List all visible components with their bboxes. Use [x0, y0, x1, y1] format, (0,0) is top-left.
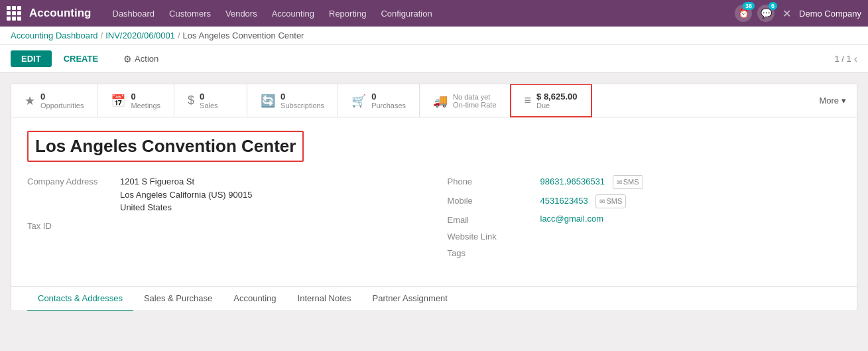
edit-button[interactable]: EDIT	[11, 50, 52, 67]
sales-count: 0	[200, 92, 218, 102]
website-label: Website Link	[448, 230, 540, 242]
refresh-icon: 🔄	[261, 94, 275, 108]
company-name-field[interactable]: Los Angeles Convention Center	[27, 131, 304, 162]
tab-partner-assignment[interactable]: Partner Assignment	[362, 287, 458, 311]
app-brand[interactable]: Accounting	[29, 7, 92, 20]
fields-row: Company Address 1201 S Figueroa St Los A…	[27, 175, 841, 263]
nav-links: Dashboard Customers Vendors Accounting R…	[106, 6, 731, 21]
phone-label: Phone	[448, 175, 540, 186]
breadcrumb-accounting-dashboard[interactable]: Accounting Dashboard	[11, 31, 98, 40]
gear-icon: ⚙	[123, 54, 132, 64]
more-label: More	[819, 96, 839, 105]
cart-icon: 🛒	[351, 94, 366, 108]
toolbar: EDIT CREATE ⚙ Action 1 / 1 ‹	[0, 45, 868, 73]
chat-badge: 6	[769, 2, 777, 10]
pagination-text: 1 / 1	[834, 54, 851, 64]
company-name[interactable]: Demo Company	[799, 9, 861, 19]
prev-record-arrow[interactable]: ‹	[854, 53, 857, 65]
nav-right-area: ⏰ 38 💬 6 ✕ Demo Company	[735, 5, 861, 22]
smart-btn-sales[interactable]: $ 0 Sales	[174, 84, 247, 117]
email-label: Email	[448, 214, 540, 225]
nav-customers[interactable]: Customers	[162, 6, 217, 21]
sales-label: Sales	[200, 102, 218, 109]
action-label: Action	[135, 54, 158, 64]
tabs-bar: Contacts & Addresses Sales & Purchase Ac…	[11, 286, 857, 311]
create-button[interactable]: CREATE	[58, 50, 103, 67]
address-line3: United States	[120, 201, 252, 214]
address-value: 1201 S Figueroa St Los Angeles Californi…	[120, 175, 252, 214]
breadcrumb: Accounting Dashboard / INV/2020/06/0001 …	[0, 27, 868, 45]
fields-left: Company Address 1201 S Figueroa St Los A…	[27, 175, 421, 263]
list-icon: ≡	[525, 94, 532, 107]
form-area: Los Angeles Convention Center Company Ad…	[11, 117, 857, 286]
chevron-down-icon: ▾	[841, 96, 846, 105]
close-icon[interactable]: ✕	[780, 7, 794, 20]
phone-sms-button[interactable]: SMS	[613, 175, 643, 189]
breadcrumb-sep-1: /	[101, 31, 103, 40]
subscriptions-label: Subscriptions	[280, 102, 324, 109]
phone-field-row: Phone 98631.96536531 SMS	[448, 175, 841, 189]
calendar-icon: 📅	[111, 94, 125, 108]
purchases-label: Purchases	[371, 102, 406, 109]
smart-btn-subscriptions[interactable]: 🔄 0 Subscriptions	[247, 84, 338, 117]
due-count: $ 8,625.00	[536, 92, 577, 102]
fields-right: Phone 98631.96536531 SMS Mobile 45316234…	[448, 175, 841, 263]
ontime-label1: No data yet	[453, 93, 496, 101]
address-field-row: Company Address 1201 S Figueroa St Los A…	[27, 175, 421, 214]
smart-buttons-bar: ★ 0 Opportunities 📅 0 Meetings $ 0 Sales	[11, 84, 857, 117]
address-label: Company Address	[27, 175, 120, 186]
address-line1: 1201 S Figueroa St	[120, 175, 252, 188]
address-line2: Los Angeles California (US) 90015	[120, 188, 252, 202]
mobile-label: Mobile	[448, 194, 540, 206]
due-label: Due	[536, 102, 577, 109]
action-dropdown[interactable]: ⚙ Action	[123, 54, 158, 64]
tax-id-field-row: Tax ID	[27, 220, 421, 231]
chat-notification[interactable]: 💬 6	[757, 5, 775, 22]
website-field-row: Website Link	[448, 230, 841, 242]
breadcrumb-invoice[interactable]: INV/2020/06/0001	[105, 31, 175, 40]
meetings-label: Meetings	[131, 102, 160, 109]
tags-label: Tags	[448, 247, 540, 258]
nav-accounting[interactable]: Accounting	[265, 6, 321, 21]
smart-btn-meetings[interactable]: 📅 0 Meetings	[97, 84, 174, 117]
apps-grid-icon[interactable]	[7, 6, 21, 21]
clock-badge: 38	[743, 2, 755, 10]
pagination-area: 1 / 1 ‹	[834, 53, 857, 65]
tab-internal-notes[interactable]: Internal Notes	[287, 287, 362, 311]
nav-vendors[interactable]: Vendors	[219, 6, 264, 21]
breadcrumb-current: Los Angeles Convention Center	[183, 31, 304, 40]
ontime-label2: On-time Rate	[453, 101, 496, 109]
opportunities-label: Opportunities	[40, 102, 84, 109]
mobile-value[interactable]: 4531623453	[540, 196, 588, 206]
tab-sales-purchase[interactable]: Sales & Purchase	[133, 287, 223, 311]
email-field-row: Email lacc@gmail.com	[448, 214, 841, 225]
star-icon: ★	[25, 94, 35, 108]
record-card: ★ 0 Opportunities 📅 0 Meetings $ 0 Sales	[11, 84, 857, 311]
tab-accounting[interactable]: Accounting	[223, 287, 286, 311]
tab-contacts-addresses[interactable]: Contacts & Addresses	[27, 287, 133, 311]
meetings-count: 0	[131, 92, 160, 102]
phone-value[interactable]: 98631.96536531	[540, 176, 605, 186]
nav-configuration[interactable]: Configuration	[374, 6, 438, 21]
top-navigation: Accounting Dashboard Customers Vendors A…	[0, 0, 868, 27]
email-value[interactable]: lacc@gmail.com	[540, 214, 604, 224]
clock-notification[interactable]: ⏰ 38	[735, 5, 752, 22]
dollar-icon: $	[188, 94, 194, 107]
more-dropdown[interactable]: More ▾	[808, 84, 857, 117]
breadcrumb-sep-2: /	[178, 31, 180, 40]
tax-id-label: Tax ID	[27, 220, 120, 231]
company-name-value: Los Angeles Convention Center	[35, 136, 296, 156]
nav-reporting[interactable]: Reporting	[322, 6, 373, 21]
smart-btn-purchases[interactable]: 🛒 0 Purchases	[338, 84, 420, 117]
mobile-sms-button[interactable]: SMS	[595, 194, 626, 208]
truck-icon: 🚚	[433, 94, 448, 108]
mobile-field-row: Mobile 4531623453 SMS	[448, 194, 841, 208]
smart-btn-ontime[interactable]: 🚚 No data yet On-time Rate	[420, 84, 510, 117]
tags-field-row: Tags	[448, 247, 841, 258]
smart-btn-opportunities[interactable]: ★ 0 Opportunities	[11, 84, 97, 117]
opportunities-count: 0	[40, 92, 84, 102]
nav-dashboard[interactable]: Dashboard	[106, 6, 162, 21]
subscriptions-count: 0	[280, 92, 324, 102]
smart-btn-due[interactable]: ≡ $ 8,625.00 Due	[510, 84, 592, 117]
main-content: ★ 0 Opportunities 📅 0 Meetings $ 0 Sales	[0, 73, 868, 322]
